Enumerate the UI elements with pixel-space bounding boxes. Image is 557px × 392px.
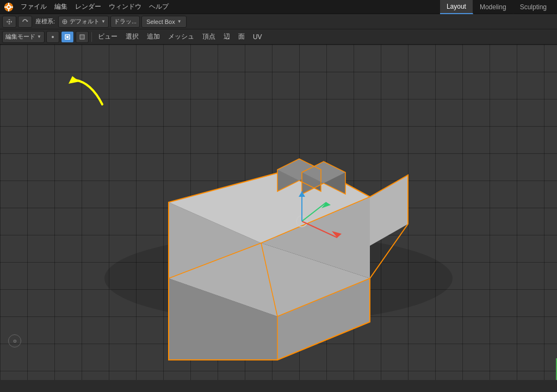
edge-select-btn[interactable]	[61, 31, 74, 43]
menu-vertex[interactable]: 頂点	[199, 31, 219, 42]
green-axis-line	[546, 358, 557, 380]
menu-edge[interactable]: 辺	[220, 31, 233, 42]
tab-modeling[interactable]: Modeling	[473, 0, 513, 14]
svg-point-2	[8, 6, 10, 8]
menu-mesh[interactable]: メッシュ	[165, 31, 197, 42]
move-tool-btn[interactable]	[2, 16, 16, 28]
svg-point-7	[9, 21, 10, 22]
tab-sculpting[interactable]: Sculpting	[513, 0, 554, 14]
svg-rect-3	[8, 3, 9, 5]
separator1	[91, 32, 92, 42]
menu-file[interactable]: ファイル	[17, 1, 50, 13]
coord-label: 座標系:	[34, 17, 57, 26]
menu-render[interactable]: レンダー	[72, 1, 104, 13]
menu-face[interactable]: 面	[235, 31, 248, 42]
face-select-btn[interactable]	[76, 31, 89, 43]
svg-rect-5	[4, 7, 7, 8]
menu-help[interactable]: ヘルプ	[146, 1, 172, 13]
viewport-3d[interactable]: ⊙	[0, 45, 557, 380]
arrow-annotation	[64, 72, 113, 110]
svg-rect-14	[80, 35, 84, 39]
drag-mode-btn[interactable]: ドラッ...	[110, 16, 140, 28]
menu-add[interactable]: 追加	[144, 31, 163, 42]
menu-window[interactable]: ウィンドウ	[106, 1, 145, 13]
svg-point-11	[52, 36, 54, 38]
rotate-tool-btn[interactable]	[18, 16, 32, 28]
menu-view[interactable]: ビュー	[95, 31, 121, 42]
tab-layout[interactable]: Layout	[440, 0, 473, 14]
top-menubar: ファイル 編集 レンダー ウィンドウ ヘルプ Layout Modeling S…	[0, 0, 557, 14]
svg-rect-13	[66, 36, 69, 38]
svg-rect-6	[11, 7, 13, 8]
blender-logo[interactable]	[3, 2, 14, 13]
menu-uv[interactable]: UV	[250, 32, 265, 42]
edit-mode-dropdown[interactable]: 編集モード ▼	[2, 31, 45, 43]
menu-edit[interactable]: 編集	[51, 1, 71, 13]
main-toolbar: 座標系: デフォルト ▼ ドラッ... Select Box ▼	[0, 14, 557, 29]
edit-mode-toolbar: 編集モード ▼ ビュー 選択 追加 メッシュ 頂点 辺 面 UV	[0, 29, 557, 45]
orientation-indicator: ⊙	[8, 334, 21, 347]
select-box-dropdown[interactable]: Select Box ▼	[141, 16, 187, 28]
svg-rect-4	[8, 9, 9, 11]
vertex-select-btn[interactable]	[46, 31, 59, 43]
menu-select[interactable]: 選択	[122, 31, 142, 42]
transform-orientation-dropdown[interactable]: デフォルト ▼	[58, 16, 109, 28]
